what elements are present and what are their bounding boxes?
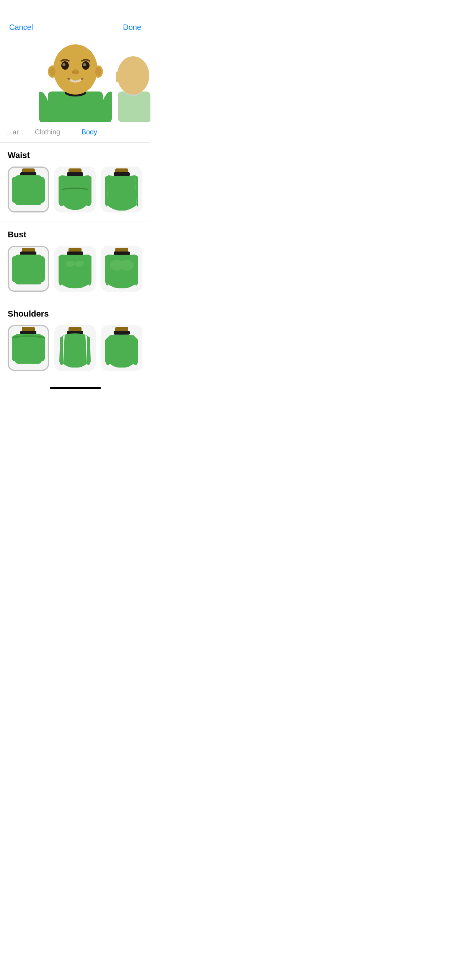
svg-rect-50 [12,335,20,361]
svg-point-15 [62,63,65,66]
home-indicator-container [0,379,150,394]
waist-option-3[interactable] [101,167,142,212]
tab-headwear-partial[interactable]: ...ar [0,127,24,138]
bust-option-1[interactable] [8,246,49,292]
home-indicator [50,387,101,389]
shoulders-option-3[interactable] [101,325,142,371]
waist-options [8,167,143,214]
svg-rect-40 [67,252,83,255]
shoulders-title: Shoulders [8,309,143,319]
svg-point-42 [75,261,84,267]
svg-point-23 [117,56,149,95]
svg-rect-33 [114,172,130,176]
svg-point-12 [95,67,101,76]
category-tabs: ...ar Clothing Body [0,122,150,143]
shoulders-section: Shoulders [0,301,150,371]
svg-rect-37 [12,256,20,282]
svg-rect-38 [36,256,45,282]
svg-point-16 [83,63,86,66]
avatar-preview [0,38,150,122]
svg-point-18 [72,71,75,74]
bust-option-3[interactable] [101,246,142,292]
waist-option-1[interactable] [8,167,49,212]
done-button[interactable]: Done [123,23,141,32]
shoulders-option-2[interactable] [54,325,96,371]
cancel-button[interactable]: Cancel [9,23,33,32]
svg-rect-29 [36,177,45,203]
svg-rect-55 [114,331,130,335]
svg-rect-44 [114,252,130,255]
bust-option-2[interactable] [54,246,96,292]
avatar-side [116,53,150,122]
svg-point-46 [120,260,134,271]
avatar-main [39,42,112,122]
shoulders-options [8,325,143,371]
svg-point-11 [49,67,55,76]
tab-clothing[interactable]: Clothing [24,127,71,138]
top-navigation: Cancel Done [0,0,150,38]
bust-options [8,246,143,293]
svg-point-41 [66,261,75,267]
bust-title: Bust [8,230,143,240]
waist-title: Waist [8,150,143,160]
svg-rect-51 [36,335,45,361]
svg-point-19 [76,71,78,74]
svg-rect-31 [67,172,83,176]
waist-section: Waist [0,143,150,214]
svg-rect-28 [12,177,20,203]
waist-option-2[interactable] [54,167,96,212]
tab-body[interactable]: Body [71,127,108,138]
shoulders-option-1[interactable] [8,325,49,371]
bust-section: Bust [0,222,150,293]
